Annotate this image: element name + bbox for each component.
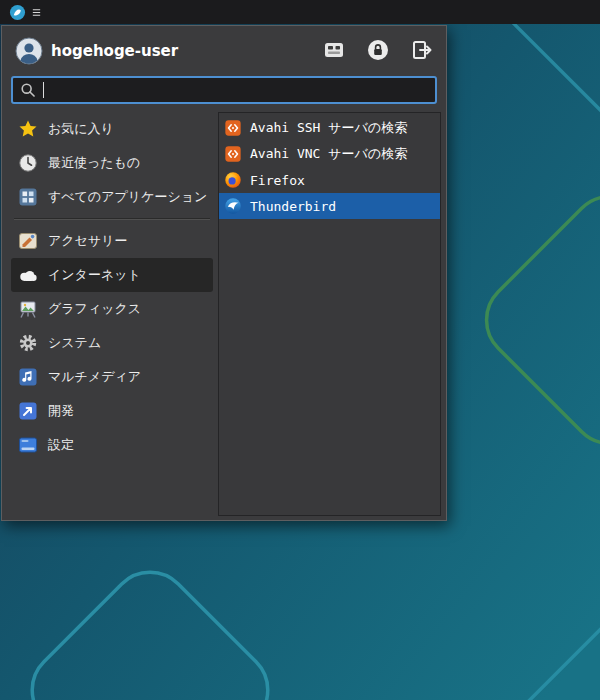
accessories-icon bbox=[18, 231, 38, 251]
development-icon bbox=[18, 401, 38, 421]
whisker-menu: hogehoge-user bbox=[1, 25, 447, 521]
app-label: Avahi VNC サーバの検索 bbox=[250, 145, 407, 163]
app-item-firefox[interactable]: Firefox bbox=[219, 167, 440, 193]
category-label: インターネット bbox=[48, 266, 141, 284]
search-input[interactable] bbox=[11, 76, 437, 104]
user-avatar[interactable] bbox=[15, 37, 43, 65]
avahi-icon bbox=[224, 145, 242, 163]
firefox-icon bbox=[224, 171, 242, 189]
category-separator bbox=[14, 218, 210, 220]
settings-manager-icon bbox=[323, 39, 345, 61]
app-item-avahi-vnc[interactable]: Avahi VNC サーバの検索 bbox=[219, 141, 440, 167]
apps-grid-icon bbox=[18, 187, 38, 207]
settings-icon bbox=[18, 435, 38, 455]
category-item-all-applications[interactable]: すべてのアプリケーション bbox=[11, 180, 213, 214]
settings-manager-button[interactable] bbox=[323, 39, 345, 61]
category-label: すべてのアプリケーション bbox=[48, 188, 207, 206]
graphics-icon bbox=[18, 299, 38, 319]
avahi-icon bbox=[224, 119, 242, 137]
menu-lines-icon bbox=[31, 7, 42, 18]
category-label: 設定 bbox=[48, 436, 74, 454]
xubuntu-logo-icon bbox=[9, 4, 26, 21]
app-item-thunderbird[interactable]: Thunderbird bbox=[219, 193, 440, 219]
category-item-multimedia[interactable]: マルチメディア bbox=[11, 360, 213, 394]
desktop: hogehoge-user bbox=[0, 0, 600, 700]
category-item-accessories[interactable]: アクセサリー bbox=[11, 224, 213, 258]
clock-icon bbox=[18, 153, 38, 173]
category-label: 最近使ったもの bbox=[48, 154, 140, 172]
cloud-icon bbox=[18, 265, 38, 285]
gear-icon bbox=[18, 333, 38, 353]
category-label: グラフィックス bbox=[48, 300, 141, 318]
top-panel bbox=[0, 0, 600, 24]
text-caret bbox=[43, 82, 44, 98]
category-label: アクセサリー bbox=[48, 232, 128, 250]
category-item-graphics[interactable]: グラフィックス bbox=[11, 292, 213, 326]
category-item-system[interactable]: システム bbox=[11, 326, 213, 360]
category-label: マルチメディア bbox=[48, 368, 141, 386]
application-list: Avahi SSH サーバの検索 Avahi VNC サーバの検索 bbox=[218, 112, 441, 516]
star-icon bbox=[18, 119, 38, 139]
category-item-development[interactable]: 開発 bbox=[11, 394, 213, 428]
category-item-favorites[interactable]: お気に入り bbox=[11, 112, 213, 146]
app-item-avahi-ssh[interactable]: Avahi SSH サーバの検索 bbox=[219, 115, 440, 141]
logout-icon bbox=[411, 39, 433, 61]
category-label: お気に入り bbox=[48, 120, 114, 138]
session-actions bbox=[323, 39, 433, 61]
category-label: システム bbox=[48, 334, 101, 352]
username-label: hogehoge-user bbox=[51, 42, 178, 60]
category-label: 開発 bbox=[48, 402, 74, 420]
category-item-settings[interactable]: 設定 bbox=[11, 428, 213, 462]
search-icon bbox=[20, 82, 36, 98]
app-label: Thunderbird bbox=[250, 199, 336, 214]
lock-screen-button[interactable] bbox=[367, 39, 389, 61]
lock-icon bbox=[367, 39, 389, 61]
app-label: Avahi SSH サーバの検索 bbox=[250, 119, 407, 137]
logout-button[interactable] bbox=[411, 39, 433, 61]
thunderbird-icon bbox=[224, 197, 242, 215]
applications-menu-button[interactable] bbox=[5, 2, 46, 22]
category-item-internet[interactable]: インターネット bbox=[11, 258, 213, 292]
multimedia-icon bbox=[18, 367, 38, 387]
app-label: Firefox bbox=[250, 173, 305, 188]
category-item-recently-used[interactable]: 最近使ったもの bbox=[11, 146, 213, 180]
category-list: お気に入り 最近使ったもの すべてのアプリケーション アクセサリー bbox=[11, 112, 213, 462]
